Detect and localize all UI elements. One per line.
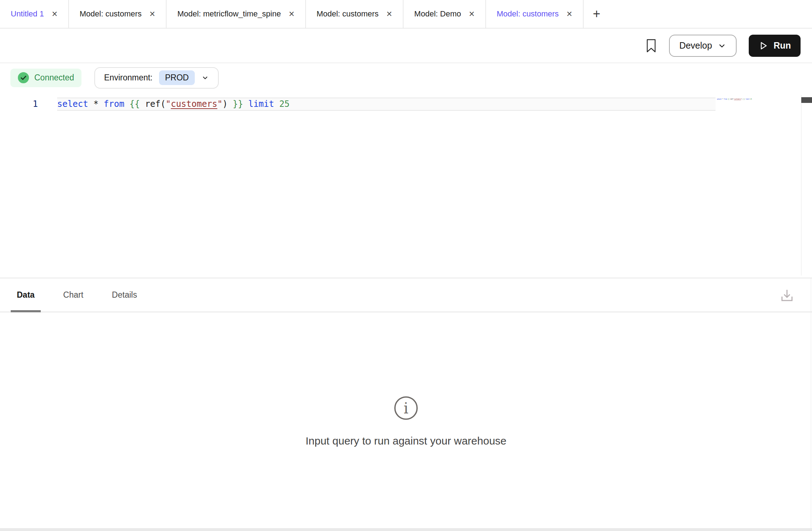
window-bottom-edge bbox=[0, 528, 812, 531]
environment-value-badge: PROD bbox=[159, 70, 195, 85]
toolbar: Develop Run bbox=[0, 29, 812, 63]
check-circle-icon bbox=[18, 72, 29, 83]
results-tab-data[interactable]: Data bbox=[11, 278, 41, 312]
active-tab-indicator bbox=[11, 310, 41, 312]
download-icon bbox=[779, 287, 795, 303]
tab-close-icon[interactable]: × bbox=[469, 9, 475, 19]
results-right-border bbox=[811, 278, 811, 528]
editor-minimap[interactable]: select * from {{ ref("customers") }} lim… bbox=[717, 98, 752, 100]
tab-close-icon[interactable]: × bbox=[289, 9, 294, 19]
scrollbar-track bbox=[801, 95, 802, 276]
tab-close-icon[interactable]: × bbox=[52, 9, 58, 19]
new-tab-button[interactable]: + bbox=[584, 0, 609, 28]
info-icon: i bbox=[393, 396, 419, 421]
svg-text:i: i bbox=[403, 400, 408, 417]
status-row: Connected Environment: PROD bbox=[0, 63, 812, 92]
develop-button-label: Develop bbox=[679, 40, 712, 51]
editor-tab-bar: Untitled 1×Model: customers×Model: metri… bbox=[0, 0, 812, 29]
chevron-down-icon bbox=[718, 41, 726, 50]
tab-close-icon[interactable]: × bbox=[149, 9, 155, 19]
connection-status-badge: Connected bbox=[10, 69, 81, 87]
results-empty-state: i Input query to run against your wareho… bbox=[0, 312, 812, 528]
connection-status-label: Connected bbox=[34, 73, 74, 83]
editor-tab[interactable]: Model: customers× bbox=[306, 0, 403, 28]
environment-selector[interactable]: Environment: PROD bbox=[94, 67, 219, 89]
tab-label: Model: customers bbox=[497, 9, 559, 19]
scrollbar-thumb[interactable] bbox=[801, 97, 812, 103]
tab-label: Model: customers bbox=[80, 9, 142, 19]
tab-label: Model: metricflow_time_spine bbox=[177, 9, 281, 19]
minimap-code-line: select * from {{ ref("customers") }} lim… bbox=[717, 98, 752, 100]
tab-label: Untitled 1 bbox=[11, 9, 44, 19]
editor-tab[interactable]: Model: customers× bbox=[69, 0, 167, 28]
results-tab-label: Chart bbox=[63, 290, 83, 300]
editor-tab[interactable]: Model: metricflow_time_spine× bbox=[167, 0, 306, 28]
run-button[interactable]: Run bbox=[749, 35, 801, 57]
results-tab-details[interactable]: Details bbox=[106, 278, 143, 312]
run-button-label: Run bbox=[773, 40, 791, 51]
editor-tab[interactable]: Untitled 1× bbox=[0, 0, 69, 28]
results-tab-chart[interactable]: Chart bbox=[57, 278, 89, 312]
play-icon bbox=[758, 41, 768, 51]
tab-strip: Untitled 1×Model: customers×Model: metri… bbox=[0, 0, 584, 28]
results-tab-strip: DataChartDetails bbox=[11, 278, 143, 312]
environment-label: Environment: bbox=[104, 73, 153, 83]
tab-close-icon[interactable]: × bbox=[566, 9, 572, 19]
code-line[interactable]: select * from {{ ref("customers") }} lim… bbox=[57, 98, 289, 111]
line-number: 1 bbox=[0, 98, 38, 111]
tab-label: Model: customers bbox=[317, 9, 379, 19]
chevron-down-icon bbox=[201, 74, 209, 82]
editor-tab[interactable]: Model: Demo× bbox=[403, 0, 486, 28]
bookmark-icon[interactable] bbox=[645, 39, 657, 53]
sql-editor[interactable]: 1 select * from {{ ref("customers") }} l… bbox=[0, 92, 812, 278]
results-tab-bar: DataChartDetails bbox=[0, 278, 812, 312]
empty-state-message: Input query to run against your warehous… bbox=[306, 435, 506, 447]
results-tab-label: Data bbox=[17, 290, 35, 300]
editor-tab[interactable]: Model: customers× bbox=[486, 0, 584, 28]
results-panel: DataChartDetails i Input query to run ag… bbox=[0, 278, 812, 528]
develop-button[interactable]: Develop bbox=[669, 35, 737, 57]
tab-label: Model: Demo bbox=[414, 9, 461, 19]
download-button[interactable] bbox=[779, 287, 795, 303]
tab-close-icon[interactable]: × bbox=[386, 9, 392, 19]
results-tab-label: Details bbox=[112, 290, 137, 300]
